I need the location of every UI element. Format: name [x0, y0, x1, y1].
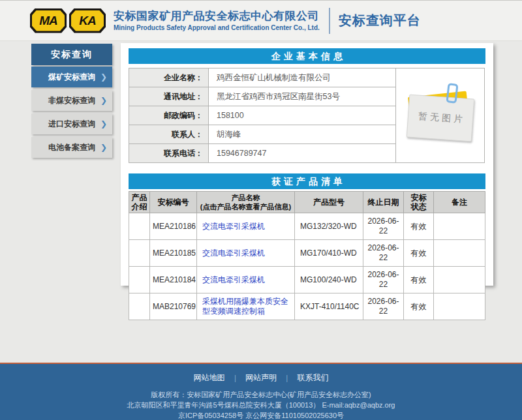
- footer-link-statement[interactable]: 网站声明: [245, 373, 277, 382]
- product-name-cell: 交流电牵引采煤机: [197, 213, 295, 240]
- field-label: 企业名称：: [129, 68, 209, 87]
- copyright-line: 京ICP备05034258号 京公网安备11010502025630号: [0, 410, 522, 420]
- footer-link-separator: ｜: [283, 374, 290, 382]
- cert-no-cell: MAB210769: [150, 293, 197, 320]
- field-label: 通讯地址：: [129, 87, 209, 106]
- end-date-cell: 2026-06-22: [363, 213, 404, 240]
- model-cell: MG170/410-WD: [295, 240, 363, 267]
- col-cert-no: 安标编号: [150, 192, 197, 213]
- col-model: 产品型号: [295, 192, 363, 213]
- col-remark: 备注: [434, 192, 485, 213]
- product-name-link[interactable]: 交流电牵引采煤机: [202, 222, 265, 231]
- product-intro-cell: [129, 293, 150, 320]
- chevron-right-icon: ❯: [100, 72, 107, 82]
- col-product-intro: 产品 介绍: [129, 192, 150, 213]
- info-row: 企业名称： 鸡西金恒矿山机械制造有限公司: [129, 68, 396, 87]
- company-info-section: 企业基本信息 企业名称： 鸡西金恒矿山机械制造有限公司 通讯地址： 黑龙江省鸡西…: [129, 48, 485, 163]
- product-name-cell: 交流电牵引采煤机: [197, 267, 295, 293]
- no-image-graphic: 暂无图片: [407, 89, 474, 142]
- sidebar-item-label: 进口安标查询: [48, 119, 95, 130]
- chevron-right-icon: ❯: [100, 96, 107, 105]
- products-section: 获证产品清单 产品 介绍 安标编号 产品名称 (点击产品名称查看产品信息) 产品…: [129, 173, 485, 320]
- col-product-name: 产品名称 (点击产品名称查看产品信息): [197, 192, 295, 213]
- org-name-block: 安标国家矿用产品安全标志中心有限公司 Mining Products Safet…: [114, 10, 320, 31]
- col-end-date: 终止日期: [363, 192, 404, 213]
- status-cell: 有效: [404, 293, 434, 320]
- product-name-cell: 交流电牵引采煤机: [197, 240, 295, 267]
- org-name-en: Mining Products Safety Approval and Cert…: [114, 24, 320, 31]
- ma-badge-icon: MA: [30, 8, 67, 33]
- field-value: 黑龙江省鸡西市鸡冠区南星街53号: [209, 87, 396, 106]
- footer-link-separator: ｜: [232, 374, 239, 382]
- product-row: MEA210185 交流电牵引采煤机 MG170/410-WD 2026-06-…: [129, 240, 485, 267]
- product-image-placeholder: 暂无图片: [396, 68, 485, 163]
- content-panel: 企业基本信息 企业名称： 鸡西金恒矿山机械制造有限公司 通讯地址： 黑龙江省鸡西…: [121, 43, 493, 286]
- sidebar-item-battery-query[interactable]: 电池备案查询 ❯: [31, 137, 112, 158]
- product-name-link[interactable]: 采煤机用隔爆兼本质安全型变频调速控制箱: [202, 297, 288, 316]
- col-status: 安标 状态: [404, 192, 434, 213]
- field-label: 联系电话：: [129, 144, 209, 163]
- footer-link-sitemap[interactable]: 网站地图: [194, 373, 225, 382]
- company-info-title: 企业基本信息: [129, 48, 485, 64]
- sidebar-item-label: 电池备案查询: [48, 142, 95, 153]
- field-label: 邮政编码：: [129, 106, 209, 125]
- info-row: 联系电话： 15946789747: [129, 144, 396, 163]
- chevron-right-icon: ❯: [100, 143, 107, 152]
- model-cell: MG100/240-WD: [295, 267, 363, 293]
- model-cell: KXJT-410/1140C: [295, 293, 363, 320]
- company-info-body: 企业名称： 鸡西金恒矿山机械制造有限公司 通讯地址： 黑龙江省鸡西市鸡冠区南星街…: [129, 68, 485, 163]
- copyright-line: 版权所有：安标国家矿用产品安全标志中心(矿用产品安全标志办公室): [0, 389, 522, 400]
- footer-links: 网站地图 ｜ 网站声明 ｜ 联系我们: [0, 364, 522, 383]
- product-row: MEA210186 交流电牵引采煤机 MG132/320-WD 2026-06-…: [129, 213, 485, 240]
- remark-cell: [434, 240, 485, 267]
- ka-badge-icon: KA: [69, 8, 106, 33]
- field-value: 15946789747: [209, 144, 396, 163]
- no-image-text: 暂无图片: [415, 110, 465, 125]
- field-value: 158100: [209, 106, 396, 125]
- sidebar-item-label: 非煤安标查询: [48, 95, 95, 106]
- products-title: 获证产品清单: [129, 173, 485, 189]
- end-date-cell: 2026-06-22: [363, 267, 404, 293]
- chevron-right-icon: ❯: [100, 119, 107, 128]
- product-intro-cell: [129, 240, 150, 267]
- sidebar-title: 安标查询: [31, 44, 112, 65]
- page: MA KA 安标国家矿用产品安全标志中心有限公司 Mining Products…: [0, 0, 522, 420]
- footer-link-contact[interactable]: 联系我们: [297, 373, 328, 382]
- no-image-card: 暂无图片: [406, 95, 474, 142]
- product-name-link[interactable]: 交流电牵引采煤机: [202, 248, 265, 258]
- sidebar-item-coal-query[interactable]: 煤矿安标查询 ❯: [31, 67, 112, 87]
- org-name-cn: 安标国家矿用产品安全标志中心有限公司: [114, 10, 320, 23]
- site-header: MA KA 安标国家矿用产品安全标志中心有限公司 Mining Products…: [0, 1, 522, 41]
- remark-cell: [434, 293, 485, 320]
- product-name-link[interactable]: 交流电牵引采煤机: [202, 275, 265, 284]
- sidebar-item-import-query[interactable]: 进口安标查询 ❯: [31, 113, 112, 134]
- end-date-cell: 2026-06-22: [363, 240, 404, 267]
- model-cell: MG132/320-WD: [295, 213, 363, 240]
- field-label: 联系人：: [129, 125, 209, 144]
- sidebar-item-noncoal-query[interactable]: 非煤安标查询 ❯: [31, 90, 112, 111]
- products-table: 产品 介绍 安标编号 产品名称 (点击产品名称查看产品信息) 产品型号 终止日期…: [129, 191, 485, 320]
- status-cell: 有效: [404, 213, 434, 240]
- field-value: 鸡西金恒矿山机械制造有限公司: [209, 68, 396, 87]
- status-cell: 有效: [404, 240, 434, 267]
- product-name-cell: 采煤机用隔爆兼本质安全型变频调速控制箱: [197, 293, 295, 320]
- info-row: 通讯地址： 黑龙江省鸡西市鸡冠区南星街53号: [129, 87, 396, 106]
- products-header-row: 产品 介绍 安标编号 产品名称 (点击产品名称查看产品信息) 产品型号 终止日期…: [129, 192, 485, 213]
- product-row: MEA210184 交流电牵引采煤机 MG100/240-WD 2026-06-…: [129, 267, 485, 293]
- end-date-cell: 2026-06-22: [363, 293, 404, 320]
- field-value: 胡海峰: [209, 125, 396, 144]
- info-row: 邮政编码： 158100: [129, 106, 396, 125]
- remark-cell: [434, 267, 485, 293]
- cert-no-cell: MEA210186: [150, 213, 197, 240]
- remark-cell: [434, 213, 485, 240]
- header-divider: [329, 8, 330, 34]
- sidebar: 安标查询 煤矿安标查询 ❯ 非煤安标查询 ❯ 进口安标查询 ❯ 电池备案查询 ❯: [31, 44, 112, 158]
- sidebar-item-label: 煤矿安标查询: [48, 72, 95, 83]
- info-row: 联系人： 胡海峰: [129, 125, 396, 144]
- company-info-table: 企业名称： 鸡西金恒矿山机械制造有限公司 通讯地址： 黑龙江省鸡西市鸡冠区南星街…: [129, 68, 396, 163]
- product-intro-cell: [129, 213, 150, 240]
- ma-badge-text: MA: [32, 10, 65, 31]
- paperclip-icon: [446, 83, 458, 104]
- ka-badge-text: KA: [71, 10, 104, 31]
- cert-no-cell: MEA210184: [150, 267, 197, 293]
